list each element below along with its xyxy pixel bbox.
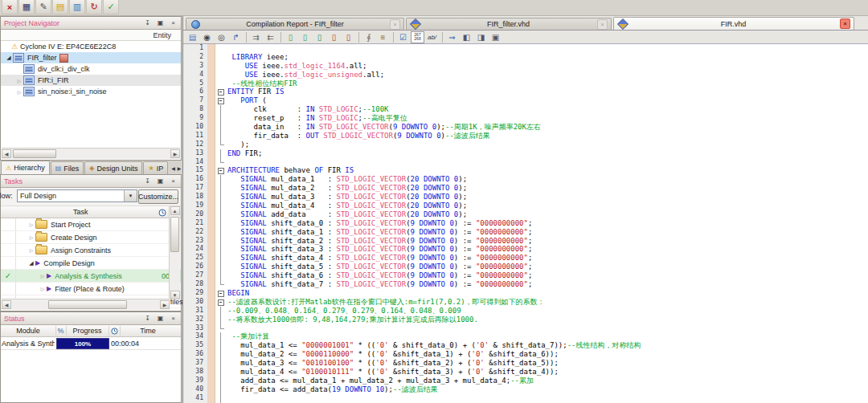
expander-icon[interactable]: ▷	[27, 234, 35, 240]
tabs-scroll-right-icon[interactable]: ▶	[178, 165, 182, 171]
editor-tab-1[interactable]: Compilation Report - FIR_filter×	[186, 18, 404, 30]
editor-tab-2[interactable]: FIR_filter.vhd×	[406, 18, 612, 30]
fold-toggle-icon[interactable]	[215, 166, 226, 175]
outdent-icon[interactable]: ⇇	[264, 31, 277, 43]
netlist-viewer-icon[interactable]: ▦	[18, 0, 35, 14]
file-options-icon[interactable]: ▤	[186, 31, 199, 43]
next-error-icon[interactable]: ⇒	[445, 31, 459, 43]
expander-icon[interactable]: ▷	[27, 247, 35, 253]
scroll-right-icon[interactable]: ▶	[160, 300, 170, 309]
task-row[interactable]: ▷Start Project	[1, 218, 181, 231]
scroll-down-icon[interactable]: ▼	[170, 291, 180, 299]
find-replace-icon[interactable]: ◎	[215, 31, 228, 43]
close-button[interactable]: ×	[167, 18, 179, 28]
fold-toggle-icon[interactable]	[215, 88, 226, 96]
time-column-header[interactable]: Time	[120, 325, 176, 336]
pin-planner-icon[interactable]: ✎	[35, 0, 51, 14]
fold-guide	[215, 280, 226, 289]
comment-icon[interactable]: ▯	[284, 31, 297, 43]
task-row[interactable]: ✓▷▶Analysis & Synthesis00	[1, 270, 181, 283]
tabs-scroll-left-icon[interactable]: ◀	[171, 165, 175, 171]
fold-toggle-icon[interactable]	[215, 289, 226, 298]
expander-icon[interactable]: ▷	[39, 273, 47, 279]
find-icon[interactable]: ◉	[200, 31, 214, 43]
task-row[interactable]: ▷Assign Constraints	[1, 244, 181, 257]
paperclip-icon[interactable]: ∮	[362, 31, 375, 43]
tree-item[interactable]: ⚠Cyclone IV E: EP4CE6E22C8	[1, 41, 181, 52]
bookmark-toggle-icon[interactable]: ▯	[313, 31, 326, 43]
programmer-icon[interactable]: ▤	[52, 0, 68, 14]
close-icon[interactable]: ×	[840, 18, 850, 29]
expander-icon[interactable]: ▷	[39, 286, 47, 291]
scroll-thumb[interactable]	[48, 300, 127, 309]
close-icon[interactable]: ×	[390, 19, 400, 30]
restore-view-icon[interactable]: ▣	[489, 31, 502, 43]
uncomment-icon[interactable]: ▯	[298, 31, 312, 43]
customize-button[interactable]: Customize...	[138, 189, 178, 204]
tab-files[interactable]: ▤Files	[51, 161, 84, 174]
tree-item[interactable]: ◢FIR_filter	[1, 52, 181, 63]
scroll-thumb[interactable]	[13, 149, 56, 158]
task-column-header[interactable]: Task	[73, 208, 88, 216]
chevron-down-icon[interactable]: ▼	[124, 190, 137, 202]
expander-icon[interactable]: ▷	[27, 222, 35, 227]
pin-button[interactable]: ↧	[141, 313, 154, 324]
expander-icon[interactable]: ◢	[27, 260, 35, 267]
close-icon[interactable]: ×	[597, 19, 608, 30]
scroll-right-icon[interactable]: ▶	[170, 149, 180, 158]
tasks-horizontal-scrollbar[interactable]: ◀▶	[2, 299, 170, 310]
module-column-header[interactable]: Module	[1, 325, 55, 336]
status-row[interactable]: Analysis & Synthesis 100% 00:00:04	[1, 337, 181, 350]
close-button[interactable]: ×	[167, 313, 179, 324]
panel-window-buttons: ↧▣×	[141, 313, 179, 324]
task-row[interactable]: ▷Create Design	[1, 231, 181, 244]
expander-icon[interactable]: ◢	[5, 55, 13, 61]
line-numbers-icon[interactable]: 267268	[411, 31, 424, 43]
entity-column-header[interactable]: Entity	[1, 30, 181, 41]
pin-button[interactable]: ↧	[141, 176, 154, 186]
tasks-list[interactable]: ▷Start Project▷Create Design▷Assign Cons…	[1, 218, 181, 308]
expander-icon[interactable]: ▷	[15, 78, 23, 83]
progress-column-header[interactable]: Progress	[66, 325, 108, 336]
bookmark-clear-icon[interactable]: ▯	[327, 31, 341, 43]
tab-design-units[interactable]: ◈Design Units	[84, 161, 142, 174]
close-button[interactable]: ×	[167, 176, 179, 186]
compile-design-icon[interactable]: ↻	[86, 0, 102, 14]
task-row[interactable]: ◢▶Compile Design	[1, 257, 181, 270]
split-vertical-icon[interactable]: ◨	[474, 31, 488, 43]
indent-icon[interactable]: ⇉	[249, 31, 263, 43]
goto-line-icon[interactable]: ↱	[229, 31, 243, 43]
syntax-coloring-icon[interactable]: ab/	[425, 31, 439, 43]
scroll-up-icon[interactable]: ▲	[170, 206, 180, 215]
pin-button[interactable]: ↧	[141, 18, 154, 28]
tree-item[interactable]: div_clk:i_div_clk	[1, 63, 181, 75]
scroll-left-icon[interactable]: ◀	[2, 300, 11, 309]
float-button[interactable]: ▣	[154, 176, 166, 186]
bookmark-prev-icon[interactable]: ▯	[342, 31, 355, 43]
hierarchy-tree[interactable]: ⚠Cyclone IV E: EP4CE6E22C8◢FIR_filterdiv…	[1, 41, 181, 97]
pn-horizontal-scrollbar[interactable]: ◀▶	[2, 148, 180, 159]
float-button[interactable]: ▣	[154, 313, 166, 324]
stop-processing-icon[interactable]: ×	[2, 0, 18, 14]
tab-ip[interactable]: ★IP	[143, 161, 168, 174]
tasks-vertical-scrollbar[interactable]: ▲▼	[169, 206, 180, 299]
float-button[interactable]: ▣	[154, 18, 166, 28]
flow-select[interactable]: Full Design ▼	[17, 189, 137, 202]
editor-tab-3[interactable]: FIR.vhd×	[613, 17, 854, 30]
scroll-thumb[interactable]	[170, 217, 179, 252]
tree-item[interactable]: ▷sin_noise:i_sin_noise	[1, 86, 181, 97]
analyze-file-icon[interactable]: ☑	[396, 31, 410, 43]
eda-netlist-writer-icon[interactable]: ✓	[103, 0, 119, 14]
fold-toggle-icon[interactable]	[215, 298, 226, 307]
scroll-left-icon[interactable]: ◀	[2, 149, 11, 158]
expander-icon[interactable]: ▷	[15, 89, 23, 95]
insert-template-icon[interactable]: ≡	[376, 31, 390, 43]
percent-column-header[interactable]: %	[55, 325, 66, 336]
fold-toggle-icon[interactable]	[215, 96, 226, 105]
timequest-icon[interactable]: ▥	[69, 0, 85, 14]
tab-hierarchy[interactable]: ⚠Hierarchy	[1, 161, 50, 174]
tree-item[interactable]: ▷FIR:i_FIR	[1, 75, 181, 86]
task-row[interactable]: ▷▶Fitter (Place & Route)	[1, 283, 181, 295]
code-view[interactable]: 12 LIBRARY ieee;3 USE ieee.std_logic_116…	[183, 44, 868, 403]
split-horizontal-icon[interactable]: ◧	[460, 31, 473, 43]
